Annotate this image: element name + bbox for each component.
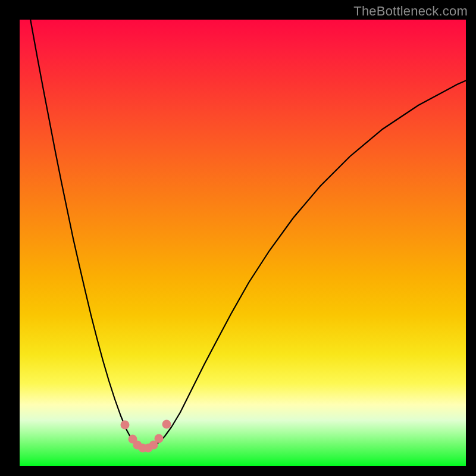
curve-marker: [155, 434, 164, 443]
curve-markers: [121, 420, 171, 453]
watermark-text: TheBottleneck.com: [353, 4, 468, 19]
figure-frame: TheBottleneck.com: [0, 0, 476, 476]
curve-layer: [20, 20, 466, 466]
curve-left-arm: [27, 0, 146, 449]
curve-marker: [121, 421, 130, 430]
curve-marker: [162, 420, 171, 429]
curve-right-arm: [146, 78, 472, 449]
